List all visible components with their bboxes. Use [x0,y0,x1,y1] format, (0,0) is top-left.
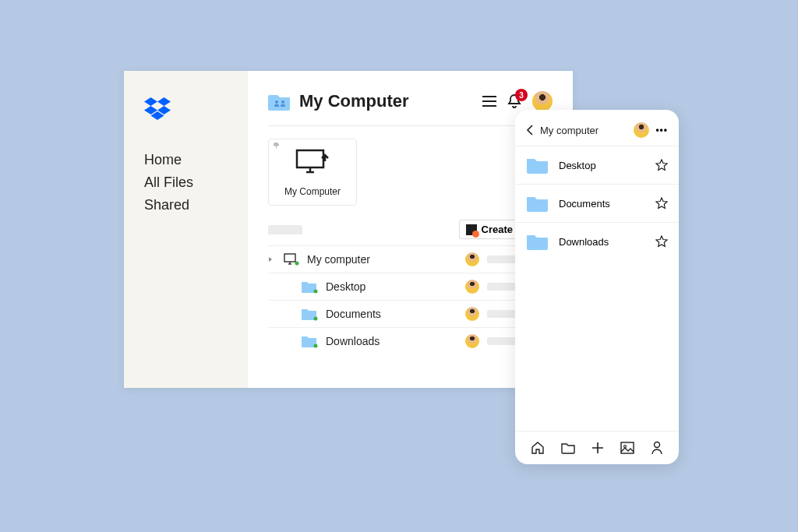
nav-photos-icon[interactable] [620,442,634,454]
placeholder-bar [268,225,302,234]
desktop-window: Home All Files Shared My Computer [124,71,573,388]
owner-avatar [465,280,479,294]
svg-point-20 [295,262,299,266]
file-row-downloads[interactable]: Downloads [268,327,553,354]
favorite-star-icon[interactable] [655,159,668,171]
more-options-icon[interactable]: ••• [655,125,668,136]
sidebar-item-all-files[interactable]: All Files [144,174,248,191]
file-name: My computer [307,253,457,266]
toolbar: Create [268,220,553,242]
svg-rect-8 [281,104,285,107]
favorite-star-icon[interactable] [655,197,668,210]
folder-icon [526,156,549,174]
file-row-root[interactable]: My computer [268,245,553,273]
file-list: My computer Desktop Documents [268,245,553,354]
mobile-row-documents[interactable]: Documents [515,184,679,222]
notifications-button[interactable]: 3 [507,93,521,109]
computer-card[interactable]: My Computer [268,139,357,206]
svg-marker-1 [157,97,171,106]
back-button[interactable] [526,125,534,136]
svg-rect-12 [297,150,323,167]
computer-outline-icon [284,253,299,266]
nav-files-icon[interactable] [561,442,575,454]
create-plus-icon [466,224,477,235]
page-header: My Computer 3 [268,91,553,126]
mobile-title: My computer [540,125,627,136]
expand-toggle-icon[interactable] [268,256,276,262]
file-row-desktop[interactable]: Desktop [268,273,553,300]
svg-point-5 [275,100,278,104]
create-button-label: Create [482,224,513,235]
folder-name: Desktop [559,160,646,171]
user-avatar[interactable] [532,91,553,111]
svg-rect-7 [274,104,279,107]
user-avatar[interactable] [634,122,649,138]
sidebar: Home All Files Shared [124,71,248,388]
pin-icon [274,143,280,149]
mobile-row-desktop[interactable]: Desktop [515,146,679,184]
svg-point-6 [281,100,284,104]
page-title: My Computer [299,91,475,111]
mobile-device: My computer ••• Desktop Documents [515,110,679,464]
mobile-folder-list: Desktop Documents Downloads [515,146,679,431]
nav-home-icon[interactable] [531,441,545,455]
svg-marker-0 [144,97,157,106]
sidebar-nav: Home All Files Shared [144,152,248,213]
svg-point-21 [314,290,318,294]
notification-badge: 3 [515,89,528,101]
team-folder-icon [268,92,291,111]
computer-card-label: My Computer [275,186,350,197]
svg-point-28 [654,442,659,448]
owner-avatar [465,334,479,348]
folder-icon [301,334,318,348]
folder-icon [301,280,318,294]
folder-icon [526,232,549,251]
sidebar-item-shared[interactable]: Shared [144,197,248,213]
computer-monitor-icon [294,147,331,177]
folder-icon [526,194,549,213]
nav-account-icon[interactable] [651,441,663,455]
mobile-bottom-nav [515,431,679,464]
menu-icon[interactable] [482,96,496,107]
owner-avatar [465,252,479,266]
svg-point-22 [314,317,318,321]
svg-point-27 [624,446,627,448]
svg-rect-17 [284,254,295,262]
nav-add-icon[interactable] [591,441,605,455]
svg-point-23 [314,344,318,348]
favorite-star-icon[interactable] [655,235,668,248]
file-name: Downloads [326,335,457,347]
dropbox-logo-icon [144,97,248,121]
owner-avatar [465,307,479,321]
svg-rect-26 [621,442,634,453]
file-name: Desktop [326,280,457,293]
mobile-header: My computer ••• [515,110,679,146]
folder-name: Downloads [559,236,646,248]
folder-icon [301,307,318,321]
folder-name: Documents [559,198,646,210]
mobile-row-downloads[interactable]: Downloads [515,222,679,260]
header-actions: 3 [482,91,553,111]
file-name: Documents [326,308,457,320]
file-row-documents[interactable]: Documents [268,300,553,327]
sidebar-item-home[interactable]: Home [144,152,248,168]
